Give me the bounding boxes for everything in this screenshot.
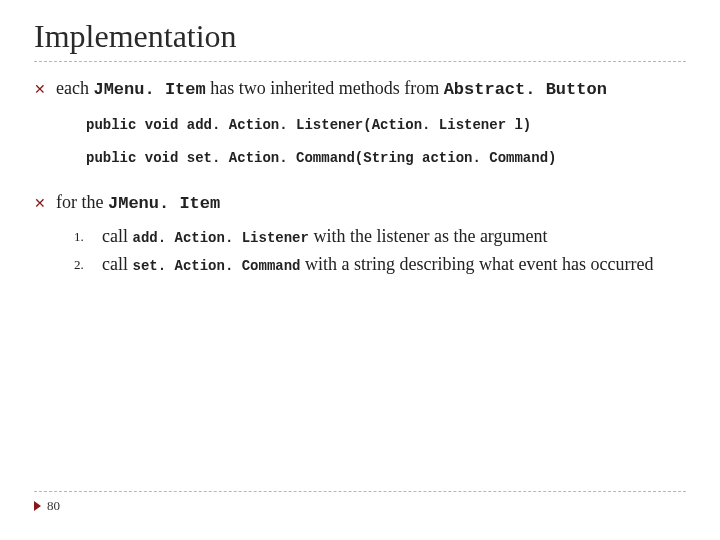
text-run: each [56, 78, 93, 98]
page-indicator: 80 [34, 498, 686, 514]
footer-divider [34, 491, 686, 492]
text-run: for the [56, 192, 108, 212]
bullet-item: ✕ for the JMenu. Item [34, 190, 686, 216]
code-line: public void add. Action. Listener(Action… [86, 116, 686, 135]
spacer [34, 178, 686, 190]
text-run: call [102, 226, 132, 246]
body-content: ✕ each JMenu. Item has two inherited met… [34, 76, 686, 276]
code-line: public void set. Action. Command(String … [86, 149, 686, 168]
arrow-right-icon [34, 501, 41, 511]
bullet-text: each JMenu. Item has two inherited metho… [56, 76, 686, 102]
list-item: 2. call set. Action. Command with a stri… [74, 252, 686, 276]
list-number: 1. [74, 224, 102, 246]
list-text: call set. Action. Command with a string … [102, 252, 686, 276]
text-run: has two inherited methods from [206, 78, 444, 98]
footer: 80 [34, 491, 686, 514]
bullet-icon: ✕ [34, 190, 56, 213]
list-item: 1. call add. Action. Listener with the l… [74, 224, 686, 248]
title-divider [34, 61, 686, 62]
bullet-text: for the JMenu. Item [56, 190, 686, 216]
code-inline: JMenu. Item [108, 194, 220, 213]
bullet-item: ✕ each JMenu. Item has two inherited met… [34, 76, 686, 102]
page-number: 80 [47, 498, 60, 514]
numbered-list: 1. call add. Action. Listener with the l… [74, 224, 686, 277]
bullet-icon: ✕ [34, 76, 56, 99]
page-title: Implementation [34, 18, 686, 55]
code-inline: set. Action. Command [132, 258, 300, 274]
code-inline: JMenu. Item [93, 80, 205, 99]
code-inline: add. Action. Listener [132, 230, 308, 246]
code-inline: Abstract. Button [444, 80, 607, 99]
list-text: call add. Action. Listener with the list… [102, 224, 686, 248]
text-run: call [102, 254, 132, 274]
slide: Implementation ✕ each JMenu. Item has tw… [0, 0, 720, 540]
text-run: with the listener as the argument [309, 226, 548, 246]
list-number: 2. [74, 252, 102, 274]
text-run: with a string describing what event has … [301, 254, 654, 274]
